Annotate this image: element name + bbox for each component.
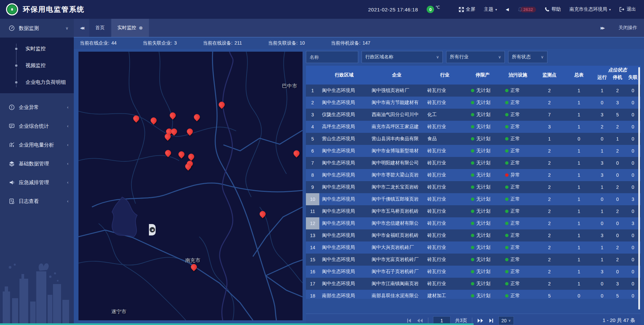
table-row[interactable]: 13 阆中生态环境局 阆中市金福旺页岩机砖 砖瓦行业 无计划 正常 2 1 3 … (306, 229, 641, 241)
cell-region: 营山生态环境局 (319, 133, 369, 145)
name-filter-field[interactable] (306, 51, 358, 63)
help-button[interactable]: 帮助 (545, 6, 561, 12)
region-filter-select[interactable]: 行政区域名称 ∨ (362, 51, 443, 63)
cell-stopped: 2 (610, 205, 625, 217)
table-row[interactable]: 14 阆中生态环境局 阆中大兴页岩机砖厂 砖瓦行业 无计划 正常 2 1 1 2… (306, 241, 641, 254)
org-label: 南充市生态环境局 (570, 6, 607, 12)
cell-stop-production: 无计划 (465, 278, 500, 290)
facility-status-label: 正常 (511, 196, 520, 202)
status-filter-select[interactable]: 所有状态 ∨ (508, 51, 547, 63)
first-page-button[interactable] (407, 318, 412, 323)
table-scrollbar[interactable] (638, 67, 640, 310)
sidebar-item-data-monitoring[interactable]: 数据监测 ∨ (0, 19, 74, 38)
table-row[interactable]: 6 阆中生态环境局 阆中市金博瑞新型墙材 砖瓦行业 无计划 正常 2 1 1 2… (306, 145, 641, 157)
chevron-down-icon: ▾ (495, 8, 497, 11)
cell-monitoring-points: 2 (535, 97, 564, 109)
region-filter-value: 行政区域名称 (365, 54, 393, 60)
table-row[interactable]: 2 阆中生态环境局 阆中市南方节能建材有 砖瓦行业 无计划 正常 2 1 0 3… (306, 97, 641, 109)
cell-monitoring-points: 2 (535, 169, 564, 181)
page-size-select[interactable]: 20 ∨ (498, 316, 514, 325)
cell-index: 5 (306, 133, 319, 145)
name-filter-input[interactable] (310, 54, 355, 60)
status-dot-green (471, 113, 474, 116)
sidebar-item-enterprise-statistics[interactable]: 企业综合统计 ‹ (0, 117, 74, 136)
table-row[interactable]: 3 仪陇生态环境局 西南油气田分公司川中 化工 无计划 正常 7 1 3 5 0 (306, 109, 641, 121)
cell-running: 0 (594, 97, 610, 109)
tab-realtime-monitoring[interactable]: 实时监控 ⊗ (111, 19, 149, 37)
cell-running: 3 (594, 169, 610, 181)
cell-running: 0 (594, 217, 610, 229)
cell-index: 10 (306, 193, 319, 205)
logout-button[interactable]: 退出 (620, 6, 636, 12)
status-dot-green (471, 185, 474, 189)
table-row[interactable]: 9 阆中生态环境局 阆中市二龙长宝页岩砖 砖瓦行业 无计划 正常 2 1 1 2… (306, 181, 641, 193)
phone-icon (545, 7, 549, 12)
alert-icon (9, 104, 15, 110)
temperature-unit: ℃ (435, 5, 440, 10)
status-dot-green (471, 101, 474, 104)
sidebar-collapse-button[interactable]: ◀ (149, 224, 156, 235)
facility-status-dot (505, 161, 508, 165)
stat-online-devices: 当前在线设备:211 (203, 40, 242, 46)
table-row[interactable]: 7 阆中生态环境局 阆中明阳建材有限公司 砖瓦行业 无计划 正常 2 1 3 0… (306, 157, 641, 169)
sidebar-item-emergency-reduction[interactable]: 应急减排管理 ‹ (0, 173, 74, 192)
next-page-button[interactable] (477, 318, 484, 323)
table-row[interactable]: 15 阆中生态环境局 阆中市光富页岩机砖厂 砖瓦行业 无计划 正常 2 1 1 … (306, 254, 641, 266)
gauge-icon (9, 25, 15, 31)
table-row[interactable]: 8 阆中生态环境局 阆中市枣碧大梁山页岩 砖瓦行业 无计划 异常 2 1 3 0… (306, 169, 641, 181)
table-row[interactable]: 17 阆中生态环境局 阆中市江南镇阆南页岩 砖瓦行业 无计划 正常 2 1 0 … (306, 278, 641, 290)
cell-monitoring-points: 2 (535, 241, 564, 254)
theme-dropdown[interactable]: 主题 ▾ (484, 6, 497, 12)
cell-running: 1 (594, 145, 610, 157)
sidebar-item-label: 日志查看 (19, 198, 39, 205)
table-row[interactable]: 12 阆中生态环境局 阆中市忠信建材有限公 砖瓦行业 无计划 正常 2 1 0 … (306, 217, 641, 229)
org-dropdown[interactable]: 南充市生态环境局 ▾ (570, 6, 611, 12)
page-size-value: 20 (501, 318, 507, 323)
sidebar-item-label: 企业用电量分析 (19, 142, 54, 148)
fullscreen-button[interactable]: 全屏 (459, 6, 475, 12)
table-row[interactable]: 4 高坪生态环境局 南充市高坪区王家店建 砖瓦行业 无计划 正常 3 1 2 2… (306, 121, 641, 133)
close-operations-button[interactable]: 关闭操作 (619, 25, 637, 31)
column-header-running: 运行 (594, 74, 610, 85)
facility-status-dot (505, 173, 508, 177)
notification-button[interactable]: 2632 (518, 7, 536, 12)
table-row[interactable]: 18 南部生态环境局 南部县双佳水泥有限公 建材加工 无计划 正常 5 0 0 … (306, 290, 641, 299)
facility-status-dot (505, 198, 508, 201)
tab-home[interactable]: 首页 (89, 19, 111, 37)
cell-running: 1 (594, 181, 610, 193)
sidebar-item-realtime-monitoring[interactable]: 实时监控 (0, 40, 74, 57)
stop-status-label: 无计划 (476, 184, 490, 190)
column-header-industry: 行业 (425, 66, 465, 85)
table-row[interactable]: 1 阆中生态环境局 阆中强锐页岩砖厂 砖瓦行业 无计划 正常 2 1 1 2 0 (306, 85, 641, 97)
facility-status-dot (505, 246, 508, 249)
sidebar-item-log-view[interactable]: 日志查看 ‹ (0, 192, 74, 211)
bullet-icon (14, 47, 18, 51)
sidebar-item-enterprise-abnormal[interactable]: 企业异常 ‹ (0, 98, 74, 117)
city-label: 巴中市 (282, 83, 297, 89)
stats-bar: 当前在线企业:44 当前失联企业:3 当前在线设备:211 当前失联设备:10 … (74, 37, 644, 49)
mute-speaker-button[interactable]: ◀ (506, 7, 509, 12)
stop-status-label: 无计划 (476, 245, 490, 251)
cell-index: 9 (306, 181, 319, 193)
tabs-scroll-left-button[interactable]: ◀◀ (74, 19, 89, 37)
sidebar-item-base-data-management[interactable]: 基础数据管理 ‹ (0, 154, 74, 173)
table-row[interactable]: 11 阆中生态环境局 阆中市五马桥页岩机砖 砖瓦行业 无计划 正常 2 1 1 … (306, 205, 641, 217)
stop-status-label: 无计划 (476, 220, 490, 226)
tabs-scroll-right-button[interactable]: ▶▶ (594, 26, 610, 30)
cell-region: 南部生态环境局 (319, 290, 369, 299)
prev-page-button[interactable] (417, 318, 423, 323)
table-row[interactable]: 5 营山生态环境局 营山县润丰肉食品有限 食品 无计划 正常 1 0 0 1 0 (306, 133, 641, 145)
sidebar-item-power-usage-analysis[interactable]: 企业用电量分析 ‹ (0, 136, 74, 154)
sidebar-item-video-monitoring[interactable]: 视频监控 (0, 57, 74, 74)
cell-industry: 砖瓦行业 (425, 157, 465, 169)
cell-pollution-facility: 正常 (500, 205, 535, 217)
cell-pollution-facility: 正常 (500, 109, 535, 121)
last-page-button[interactable] (488, 318, 494, 323)
table-row[interactable]: 10 阆中生态环境局 阆中千佛镇五郎垭页岩 砖瓦行业 无计划 正常 2 1 0 … (306, 193, 641, 205)
map-canvas[interactable]: 巴中市南充市遂宁市 (78, 52, 303, 320)
close-icon[interactable]: ⊗ (139, 25, 143, 31)
industry-filter-select[interactable]: 所有行业 ∨ (446, 51, 505, 63)
sidebar-item-power-load-detail[interactable]: 企业电力负荷明细 (0, 74, 74, 91)
table-row[interactable]: 16 阆中生态环境局 阆中市石子页岩机砖厂 砖瓦行业 无计划 正常 2 1 3 … (306, 266, 641, 278)
facility-status-dot (505, 210, 508, 213)
